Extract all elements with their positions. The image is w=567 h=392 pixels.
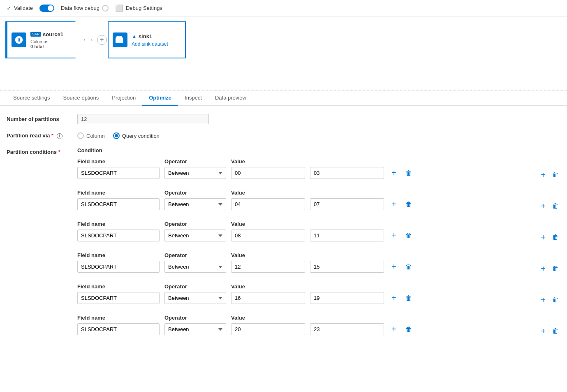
condition-headers-3: Field name Operator Value xyxy=(77,252,532,258)
delete-group-condition-5[interactable]: 🗑 xyxy=(551,326,560,336)
condition-outer-row-0: Field name Operator Value Between Equals… xyxy=(77,158,560,180)
operator-select-0[interactable]: Between Equals Greater than Less than xyxy=(164,167,226,179)
operator-select-1[interactable]: Between Equals Greater than Less than xyxy=(164,198,226,210)
delete-inner-condition-1[interactable]: 🗑 xyxy=(404,199,414,209)
add-inner-condition-5[interactable]: + xyxy=(389,325,399,334)
operator-header-1: Operator xyxy=(164,190,226,196)
value-from-input-2[interactable] xyxy=(231,230,305,241)
validate-button[interactable]: ✓ Validate xyxy=(7,5,33,12)
source-columns: Columns: 0 total xyxy=(30,39,76,49)
optimize-content: Number of partitions Partition read via … xyxy=(0,106,567,362)
delete-inner-condition-3[interactable]: 🗑 xyxy=(404,262,414,272)
value-header-1: Value xyxy=(231,190,245,196)
radio-query-condition-circle xyxy=(113,132,120,139)
tab-source-settings[interactable]: Source settings xyxy=(7,90,57,106)
add-inner-condition-1[interactable]: + xyxy=(389,199,399,209)
delete-inner-condition-0[interactable]: 🗑 xyxy=(404,168,414,178)
validate-check-icon: ✓ xyxy=(7,5,12,12)
add-group-condition-3[interactable]: + xyxy=(538,264,548,274)
condition-inner-5: Field name Operator Value Between Equals… xyxy=(77,315,532,335)
delete-group-condition-1[interactable]: 🗑 xyxy=(551,201,560,211)
field-name-header-1: Field name xyxy=(77,190,160,196)
field-name-input-3[interactable] xyxy=(77,261,160,273)
operator-header-2: Operator xyxy=(164,221,226,227)
add-inner-condition-2[interactable]: + xyxy=(389,231,399,241)
condition-inputs-0: Between Equals Greater than Less than + … xyxy=(77,167,532,179)
delete-group-condition-4[interactable]: 🗑 xyxy=(551,295,560,305)
field-name-input-2[interactable] xyxy=(77,230,160,241)
add-group-condition-2[interactable]: + xyxy=(538,232,548,242)
conditions-list: Field name Operator Value Between Equals… xyxy=(77,158,560,336)
sap-badge: SAP xyxy=(30,32,41,37)
condition-inputs-3: Between Equals Greater than Less than + … xyxy=(77,261,532,273)
tabs-bar: Source settings Source options Projectio… xyxy=(0,90,567,106)
value-to-input-1[interactable] xyxy=(310,198,384,210)
delete-inner-condition-5[interactable]: 🗑 xyxy=(404,325,414,334)
radio-query-condition[interactable]: Query condition xyxy=(113,132,160,139)
value-from-input-5[interactable] xyxy=(231,323,305,335)
operator-header-4: Operator xyxy=(164,283,226,290)
sink-node[interactable]: ▲ sink1 Add sink dataset xyxy=(108,21,186,58)
value-to-input-0[interactable] xyxy=(310,167,384,179)
value-from-input-3[interactable] xyxy=(231,261,305,273)
delete-group-condition-2[interactable]: 🗑 xyxy=(551,232,560,242)
operator-select-2[interactable]: Between Equals Greater than Less than xyxy=(164,230,226,241)
tab-projection[interactable]: Projection xyxy=(105,90,142,106)
delete-inner-condition-4[interactable]: 🗑 xyxy=(404,293,414,303)
field-name-input-4[interactable] xyxy=(77,292,160,304)
source-node-header: SAP source1 xyxy=(30,31,76,37)
add-sink-dataset-link[interactable]: Add sink dataset xyxy=(132,41,181,47)
delete-group-condition-3[interactable]: 🗑 xyxy=(551,264,560,274)
condition-inputs-2: Between Equals Greater than Less than + … xyxy=(77,230,532,241)
delete-inner-condition-2[interactable]: 🗑 xyxy=(404,231,414,241)
condition-outer-actions-2: + 🗑 xyxy=(532,221,560,242)
add-inner-condition-0[interactable]: + xyxy=(389,168,399,178)
source-node[interactable]: SAP source1 Columns: 0 total xyxy=(7,21,85,58)
field-name-input-1[interactable] xyxy=(77,198,160,210)
add-inner-condition-4[interactable]: + xyxy=(389,293,399,303)
add-inner-condition-3[interactable]: + xyxy=(389,262,399,272)
partition-read-via-row: Partition read via * i Column Query cond… xyxy=(7,132,560,139)
value-to-input-5[interactable] xyxy=(310,323,384,335)
radio-column[interactable]: Column xyxy=(77,132,105,139)
add-group-condition-0[interactable]: + xyxy=(538,170,548,180)
debug-settings-button[interactable]: ⬜ Debug Settings xyxy=(115,4,162,12)
field-name-input-5[interactable] xyxy=(77,323,160,335)
required-marker-2: * xyxy=(58,149,60,155)
data-flow-debug-toggle[interactable] xyxy=(39,5,54,12)
operator-select-4[interactable]: Between Equals Greater than Less than xyxy=(164,292,226,304)
info-icon[interactable]: i xyxy=(57,133,62,139)
value-from-input-4[interactable] xyxy=(231,292,305,304)
field-name-input-0[interactable] xyxy=(77,167,160,179)
partition-conditions-label: Partition conditions * xyxy=(7,147,72,155)
value-to-input-3[interactable] xyxy=(310,261,384,273)
operator-select-5[interactable]: Between Equals Greater than Less than xyxy=(164,323,226,335)
add-transform-button[interactable]: + xyxy=(97,35,107,45)
field-name-header-2: Field name xyxy=(77,221,160,227)
condition-inner-0: Field name Operator Value Between Equals… xyxy=(77,158,532,179)
add-group-condition-4[interactable]: + xyxy=(538,295,548,305)
num-partitions-input[interactable] xyxy=(77,114,209,124)
delete-group-condition-0[interactable]: 🗑 xyxy=(551,170,560,180)
add-group-condition-1[interactable]: + xyxy=(538,201,548,211)
required-marker: * xyxy=(51,132,53,139)
debug-pending-icon xyxy=(102,5,109,12)
azure-badge: ▲ xyxy=(132,33,137,39)
value-to-input-4[interactable] xyxy=(310,292,384,304)
value-from-input-0[interactable] xyxy=(231,167,305,179)
value-from-input-1[interactable] xyxy=(231,198,305,210)
tab-data-preview[interactable]: Data preview xyxy=(208,90,253,106)
field-name-header-4: Field name xyxy=(77,283,160,290)
source-node-icon xyxy=(12,32,26,47)
flow-arrow: → xyxy=(85,35,95,45)
add-group-condition-5[interactable]: + xyxy=(538,326,548,336)
value-header-5: Value xyxy=(231,315,245,321)
operator-select-3[interactable]: Between Equals Greater than Less than xyxy=(164,261,226,273)
tab-inspect[interactable]: Inspect xyxy=(178,90,208,106)
condition-outer-actions-0: + 🗑 xyxy=(532,158,560,180)
condition-outer-actions-1: + 🗑 xyxy=(532,190,560,211)
tab-source-options[interactable]: Source options xyxy=(57,90,106,106)
tab-optimize[interactable]: Optimize xyxy=(142,90,178,106)
value-to-input-2[interactable] xyxy=(310,230,384,241)
source-node-wrapper: SAP source1 Columns: 0 total xyxy=(7,21,85,58)
